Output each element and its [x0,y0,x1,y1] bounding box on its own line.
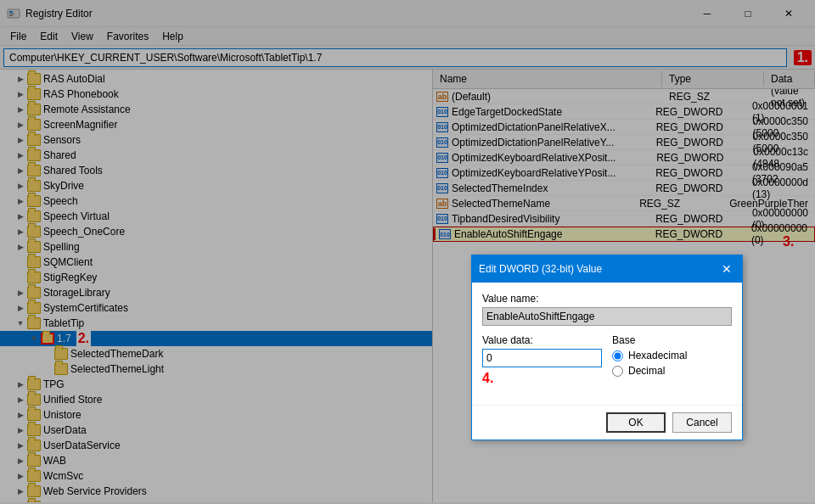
modal-body: Value name: Value data: 4. Base Hexad [472,283,742,405]
modal-ok-button[interactable]: OK [606,412,666,433]
radio-hex-label: Hexadecimal [628,350,687,361]
modal-radio-group: Hexadecimal Decimal [612,350,732,377]
modal-value-data-row: Value data: 4. Base Hexadecimal [482,334,732,386]
modal-value-name-input[interactable] [482,307,732,326]
radio-hex-item[interactable]: Hexadecimal [612,350,732,361]
radio-dec-item[interactable]: Decimal [612,365,732,377]
modal-value-name-label: Value name: [482,293,732,305]
modal-base-col: Base Hexadecimal Decimal [612,334,732,386]
modal-value-data-col: Value data: 4. [482,334,602,386]
modal-dialog: Edit DWORD (32-bit) Value ✕ Value name: … [471,255,743,440]
app-window: Registry Editor ─ □ ✕ File Edit View Fav… [0,0,815,504]
radio-dec-label: Decimal [628,365,665,377]
step4-badge: 4. [482,371,602,386]
modal-close-button[interactable]: ✕ [718,260,735,277]
modal-title: Edit DWORD (32-bit) Value [479,263,602,275]
modal-value-name-field: Value name: [482,293,732,326]
radio-dec[interactable] [612,366,623,377]
modal-value-data-label: Value data: [482,334,602,346]
modal-title-bar: Edit DWORD (32-bit) Value ✕ [472,255,742,283]
modal-value-data-input[interactable] [482,349,602,367]
modal-base-label: Base [612,334,732,346]
modal-footer: OK Cancel [472,405,742,440]
modal-cancel-button[interactable]: Cancel [672,412,732,433]
radio-hex[interactable] [612,350,623,361]
